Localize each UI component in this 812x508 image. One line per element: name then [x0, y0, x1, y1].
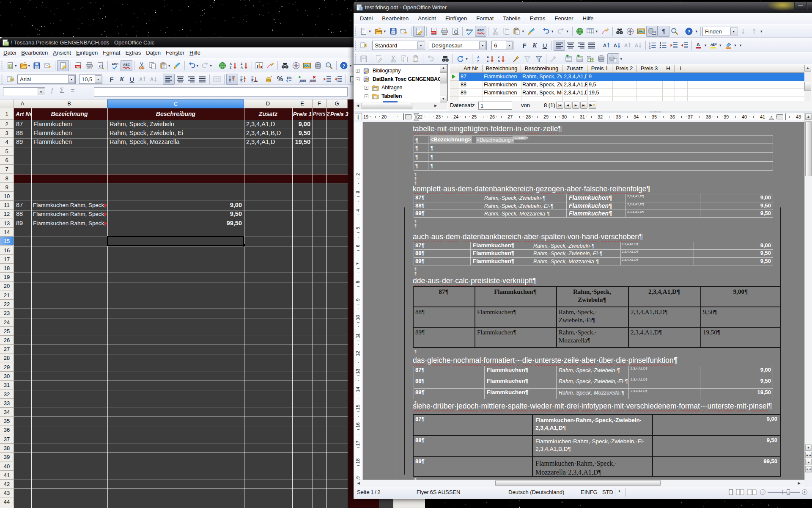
svg-text:?: ?	[688, 29, 690, 35]
svg-text:PDF: PDF	[76, 66, 81, 68]
svg-text:A: A	[11, 78, 13, 80]
svg-text:ab: ab	[710, 42, 716, 47]
svg-text:ABC: ABC	[477, 28, 484, 32]
svg-text:A: A	[614, 43, 617, 48]
svg-text:A: A	[477, 55, 480, 59]
svg-text:ABC: ABC	[466, 28, 473, 32]
svg-text:A: A	[230, 62, 232, 65]
svg-text:ABC: ABC	[123, 63, 130, 66]
svg-text:,000: ,000	[309, 79, 316, 83]
svg-text:,000: ,000	[299, 79, 306, 83]
svg-text:Z: Z	[498, 55, 500, 58]
svg-text:A: A	[487, 55, 489, 58]
svg-text:Z: Z	[477, 59, 479, 63]
svg-text:?: ?	[343, 63, 345, 69]
svg-text:A: A	[635, 43, 638, 48]
svg-text:3.: 3.	[649, 46, 651, 49]
svg-text:A: A	[150, 77, 154, 82]
svg-text:Z: Z	[230, 66, 232, 69]
svg-text:Z: Z	[487, 59, 489, 62]
svg-text:A: A	[624, 43, 628, 48]
svg-text:$%: $%	[287, 76, 292, 80]
svg-text:A: A	[498, 59, 500, 62]
svg-text:Z: Z	[241, 62, 243, 65]
svg-text:A: A	[603, 43, 606, 48]
svg-text:ABC: ABC	[112, 62, 119, 66]
svg-text:A: A	[139, 77, 143, 82]
svg-text:¶: ¶	[662, 28, 665, 35]
svg-text:A: A	[241, 66, 243, 69]
svg-text:A: A	[697, 42, 700, 47]
